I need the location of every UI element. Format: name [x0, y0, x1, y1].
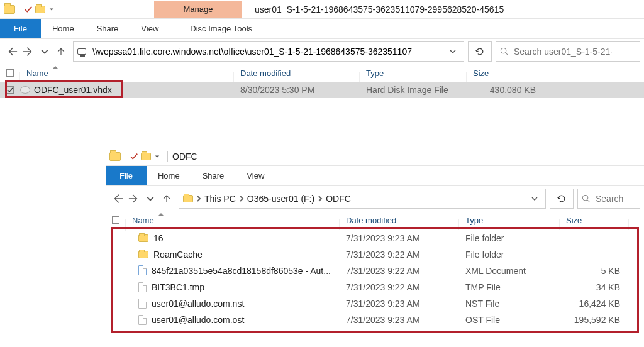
quick-access-toolbar [0, 4, 60, 15]
nav-up-button[interactable] [53, 41, 69, 62]
column-headers: Name Date modified Type Size [106, 211, 644, 229]
breadcrumb-root[interactable]: This PC [204, 194, 236, 204]
file-size: 430,080 KB [467, 85, 548, 95]
qat-dropdown-icon[interactable] [153, 151, 162, 162]
separator [19, 4, 19, 15]
highlight-box [111, 227, 639, 333]
search-input[interactable] [513, 46, 613, 57]
column-size[interactable]: Size [560, 216, 629, 225]
context-tab-manage[interactable]: Manage [154, 1, 242, 18]
svg-point-1 [582, 195, 587, 200]
nav-back-button[interactable] [4, 41, 20, 62]
folder-icon[interactable] [35, 6, 45, 13]
sort-asc-icon [52, 64, 58, 70]
refresh-button[interactable] [468, 41, 492, 62]
nav-forward-button[interactable] [126, 189, 142, 209]
ribbon-tab-view[interactable]: View [235, 166, 275, 185]
address-dropdown-icon[interactable] [528, 196, 541, 202]
breadcrumb-folder[interactable]: ODFC [326, 194, 351, 204]
separator [167, 151, 168, 162]
folder-icon [109, 152, 121, 161]
search-icon [582, 194, 591, 203]
window-title: user01_S-1-5-21-1968643575-3623511079-29… [255, 0, 504, 18]
ribbon-tab-file[interactable]: File [106, 166, 147, 185]
check-icon[interactable] [129, 151, 139, 162]
column-type[interactable]: Type [360, 69, 467, 78]
nav-history-dropdown[interactable] [142, 189, 158, 209]
ribbon-tab-home[interactable]: Home [41, 19, 86, 38]
ribbon-tab-share[interactable]: Share [86, 19, 130, 38]
folder-icon[interactable] [141, 153, 151, 160]
column-headers: Name Date modified Type Size [0, 64, 644, 82]
chevron-right-icon[interactable] [317, 194, 323, 204]
select-all-checkbox[interactable] [106, 216, 126, 224]
refresh-button[interactable] [550, 189, 574, 209]
ribbon-tab-share[interactable]: Share [191, 166, 236, 185]
check-icon[interactable] [23, 4, 33, 14]
file-type: Hard Disk Image File [360, 85, 467, 95]
nav-forward-button[interactable] [20, 41, 36, 62]
window-title: ODFC [172, 147, 197, 165]
column-type[interactable]: Type [459, 216, 560, 225]
ribbon-tabs: File Home Share View Disc Image Tools [0, 19, 644, 39]
ribbon-tab-disc-image-tools[interactable]: Disc Image Tools [179, 19, 264, 38]
address-bar[interactable]: This PC O365-user01 (F:) ODFC [179, 189, 546, 209]
qat-dropdown-icon[interactable] [47, 4, 56, 15]
chevron-right-icon[interactable] [196, 194, 202, 204]
nav-up-button[interactable] [158, 189, 175, 209]
address-bar[interactable] [73, 41, 464, 62]
address-dropdown-icon[interactable] [446, 48, 460, 55]
folder-icon [183, 195, 193, 202]
breadcrumb: This PC O365-user01 (F:) ODFC [183, 194, 528, 204]
search-icon [500, 47, 509, 56]
folder-icon [4, 5, 15, 14]
sort-asc-icon [158, 211, 164, 218]
ribbon-tabs: File Home Share View [106, 166, 644, 186]
address-input[interactable] [90, 47, 446, 57]
file-date: 8/30/2023 5:30 PM [234, 85, 360, 95]
svg-point-0 [501, 48, 506, 53]
search-box[interactable] [496, 41, 640, 62]
file-list: ODFC_user01.vhdx 8/30/2023 5:30 PM Hard … [0, 82, 644, 98]
window-titlebar: Manage user01_S-1-5-21-1968643575-362351… [0, 0, 644, 19]
column-date-modified[interactable]: Date modified [234, 69, 360, 78]
chevron-right-icon[interactable] [238, 194, 245, 204]
file-list: 167/31/2023 9:23 AMFile folderRoamCache7… [106, 229, 644, 328]
nav-history-dropdown[interactable] [36, 41, 53, 62]
ribbon-tab-view[interactable]: View [130, 19, 170, 38]
search-box[interactable] [577, 189, 640, 209]
column-date-modified[interactable]: Date modified [340, 216, 459, 225]
separator [125, 151, 125, 162]
search-input[interactable] [594, 193, 626, 204]
network-icon [77, 48, 86, 55]
nav-back-button[interactable] [109, 189, 126, 209]
quick-access-toolbar [106, 151, 165, 162]
column-name[interactable]: Name [20, 69, 234, 78]
breadcrumb-drive[interactable]: O365-user01 (F:) [247, 194, 314, 204]
select-all-checkbox[interactable] [0, 69, 20, 77]
ribbon-tab-file[interactable]: File [0, 19, 41, 38]
highlight-box [5, 80, 123, 98]
column-name[interactable]: Name [126, 216, 340, 225]
column-size[interactable]: Size [467, 69, 548, 78]
ribbon-tab-home[interactable]: Home [147, 166, 191, 185]
window-titlebar: ODFC [106, 147, 644, 166]
